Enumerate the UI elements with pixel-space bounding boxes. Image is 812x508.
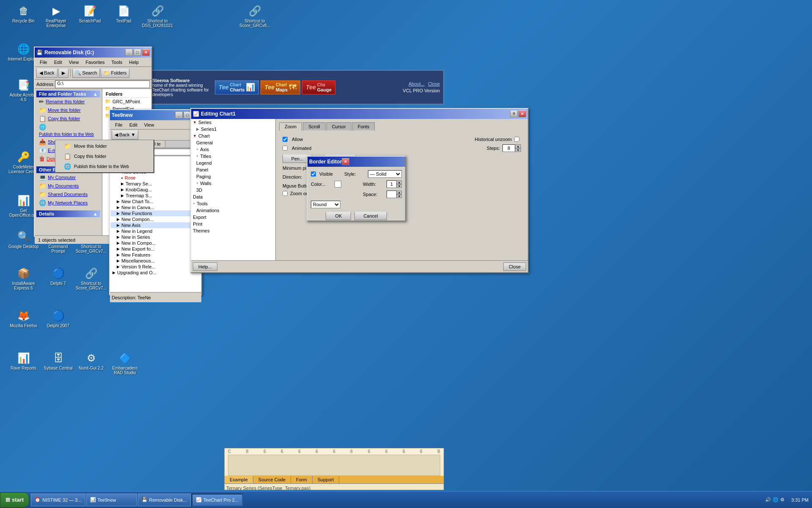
tee9-item-ternary[interactable]: ▶ Ternary Se...: [111, 181, 200, 187]
tree-walls[interactable]: +Walls: [191, 180, 275, 187]
desktop-icon-installaware[interactable]: 📦 InstallAware Express 6: [8, 267, 39, 290]
desktop-icon-scratchpad[interactable]: 📝 ScratchPad: [74, 4, 106, 23]
tree-chart[interactable]: ▼Chart: [191, 133, 275, 139]
tree-themes[interactable]: Themes: [191, 227, 275, 234]
tree-3d[interactable]: 3D: [191, 187, 275, 193]
search-button[interactable]: 🔍 Search: [72, 69, 100, 78]
tee9new-minimize[interactable]: _: [175, 112, 183, 119]
menu-edit[interactable]: Edit: [51, 59, 66, 66]
tab-example[interactable]: Example: [225, 476, 253, 483]
tee9-item-version9[interactable]: ▶ Version 9 Rele...: [111, 264, 200, 270]
tab-source[interactable]: Source Code: [253, 476, 291, 483]
tee9-item-newcanvas[interactable]: ▶ New in Canva...: [111, 204, 200, 210]
taskbar-removable[interactable]: 💾 Removable Disk...: [138, 494, 191, 506]
gauge-logo[interactable]: Tee Cha Gauge: [302, 80, 335, 94]
tee9-item-knobgauge[interactable]: ▶ KnobGaug...: [111, 187, 200, 193]
my-documents-item[interactable]: 📁 My Documents: [36, 182, 100, 190]
tee9-item-treemap[interactable]: ▶ Treemap S...: [111, 193, 200, 199]
tree-export[interactable]: Export: [191, 214, 275, 221]
help-button[interactable]: Help...: [193, 262, 217, 271]
context-move[interactable]: 📁 Move this folder: [55, 141, 154, 151]
desktop-icon-realplayer[interactable]: ▶ RealPlayer Enterprise: [40, 4, 72, 28]
address-input[interactable]: G:\: [55, 80, 150, 88]
tee9-menu-edit[interactable]: Edit: [126, 121, 141, 128]
tree-legend[interactable]: Legend: [191, 160, 275, 166]
tee9-item-upgrading[interactable]: ▶ Upgrading and O...: [111, 270, 200, 276]
tree-series[interactable]: ▼Series: [191, 119, 275, 126]
subtab-scroll[interactable]: Scroll: [303, 122, 326, 131]
tee9-item-newlegend[interactable]: ▶ New in Legend: [111, 228, 200, 234]
close-link[interactable]: Close: [428, 81, 440, 86]
editing-close[interactable]: ✕: [518, 110, 526, 117]
tee9-item-newexport[interactable]: ▶ New Export fo...: [111, 246, 200, 252]
desktop-icon-score2[interactable]: 🔗 Shortcut to Score_GRCv7...: [75, 267, 107, 290]
be-ok-button[interactable]: OK: [326, 212, 351, 220]
charts-logo[interactable]: Tee Chart Charts 📊: [215, 80, 259, 94]
steps-input[interactable]: [502, 144, 515, 152]
tee9-item-newaxis[interactable]: ▶ New Axis: [111, 222, 200, 228]
explorer-maximize[interactable]: □: [134, 49, 141, 56]
tree-axis[interactable]: +Axis: [191, 146, 275, 153]
tree-series1[interactable]: ▶Series1: [191, 126, 275, 133]
tree-titles[interactable]: +Titles: [191, 153, 275, 160]
close-button[interactable]: Close: [503, 262, 526, 271]
editing-help[interactable]: ?: [510, 110, 518, 117]
be-cancel-button[interactable]: Cancel: [354, 212, 387, 220]
taskbar-tee9new[interactable]: 📊 Tee9new: [86, 494, 137, 506]
tee9-back-btn[interactable]: ◀ Back ▼: [112, 130, 138, 140]
copy-folder-item[interactable]: 📋 Copy this folder: [36, 114, 100, 123]
tee9-menu-file[interactable]: File: [112, 121, 126, 128]
publish-folder-item[interactable]: 🌐 Publish this folder to the Web: [36, 123, 100, 138]
tee9-item-newfeatures[interactable]: ▶ New Features: [111, 252, 200, 258]
context-copy[interactable]: 📋 Copy this folder: [55, 151, 154, 161]
folder-grc-mpoint[interactable]: 📁GRC_MPoint: [104, 98, 150, 105]
rename-folder-item[interactable]: ✏ Rename this folder: [36, 97, 100, 106]
explorer-close[interactable]: ✕: [142, 49, 150, 56]
tree-animations[interactable]: Animations: [191, 207, 275, 214]
tab-form[interactable]: Form: [291, 476, 313, 483]
maps-logo[interactable]: Tee Chart Maps 🗺: [261, 80, 300, 94]
be-space-input[interactable]: [387, 190, 397, 198]
subtab-cursor[interactable]: Cursor: [326, 122, 351, 131]
subtab-zoom[interactable]: Zoom: [279, 122, 302, 131]
tee9-item-newcharttools[interactable]: ▶ New Chart To...: [111, 199, 200, 204]
tree-tools[interactable]: +Tools: [191, 200, 275, 207]
desktop-icon-textpad[interactable]: 📄 TextPad: [108, 4, 140, 23]
desktop-icon-sybase[interactable]: 🗄 Sybase Central: [42, 351, 74, 370]
be-round-select[interactable]: Round: [311, 201, 340, 208]
desktop-icon-delphi2007[interactable]: 🔵 Delphi 2007: [42, 309, 74, 328]
shared-documents-item[interactable]: 📁 Shared Documents: [36, 190, 100, 199]
be-width-up[interactable]: ▲: [397, 180, 402, 184]
context-publish[interactable]: 🌐 Publish this folder to the Web: [55, 161, 154, 171]
taskbar-teechart[interactable]: 📈 TeeChart Pro 2...: [192, 494, 243, 506]
steps-up[interactable]: ▲: [515, 144, 521, 148]
tee9-item-misc[interactable]: ▶ Miscellaneous...: [111, 258, 200, 264]
tee9-item-newseries2[interactable]: ▶ New in Series: [111, 234, 200, 240]
desktop-icon-recycle[interactable]: 🗑 Recycle Bin: [8, 4, 39, 23]
desktop-icon-dss[interactable]: 🔗 Shortcut to DSS_DX281021: [142, 4, 173, 28]
back-button[interactable]: ◀ Back: [36, 69, 58, 78]
animated-checkbox[interactable]: [283, 146, 288, 151]
start-button[interactable]: ⊞ start: [0, 492, 29, 508]
menu-tools[interactable]: Tools: [108, 59, 126, 66]
border-editor-close[interactable]: ✕: [342, 158, 349, 165]
be-style-select[interactable]: — Solid Dash Dot: [368, 170, 402, 178]
menu-favorites[interactable]: Favorites: [82, 59, 108, 66]
move-folder-item[interactable]: 📁 Move this folder: [36, 106, 100, 114]
subtab-fonts[interactable]: Fonts: [352, 122, 375, 131]
historical-unzoom-checkbox[interactable]: [514, 137, 519, 142]
menu-file[interactable]: File: [36, 59, 51, 66]
tee9-item-newcompo2[interactable]: ▶ New in Compo...: [111, 240, 200, 246]
tee9-item-newcomponent[interactable]: ▶ New Compon...: [111, 216, 200, 222]
tee9-item-newfunctions[interactable]: ▶ New Functions: [111, 210, 200, 216]
forward-button[interactable]: ▶: [58, 69, 69, 78]
be-visible-checkbox[interactable]: [311, 171, 316, 177]
desktop-icon-rave[interactable]: 📊 Rave Reports: [8, 351, 39, 370]
steps-down[interactable]: ▼: [515, 148, 521, 152]
desktop-icon-nunit[interactable]: ⚙ Nunit-Gui 2.2: [75, 351, 107, 370]
my-computer-item[interactable]: 💻 My Computer: [36, 173, 100, 182]
tree-panel[interactable]: Panel: [191, 166, 275, 173]
tree-data[interactable]: Data: [191, 193, 275, 200]
folders-button[interactable]: 📁 Folders: [101, 69, 129, 78]
explorer-minimize[interactable]: _: [125, 49, 133, 56]
